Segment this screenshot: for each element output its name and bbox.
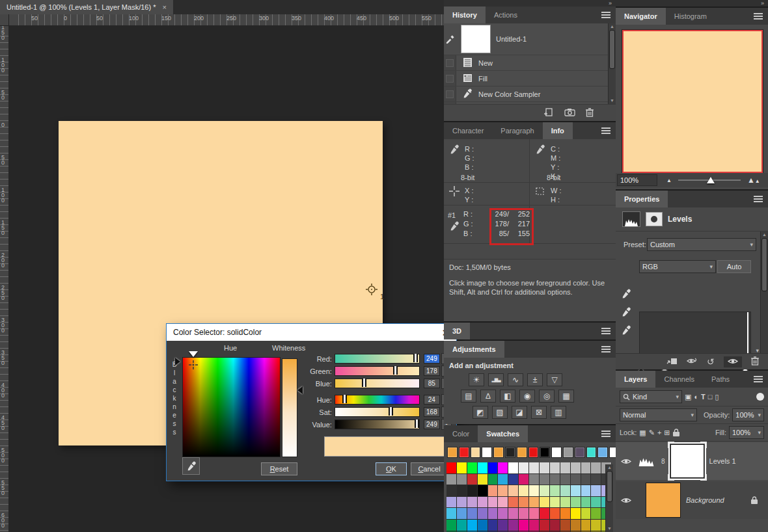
swatch[interactable]	[478, 497, 488, 509]
exposure-icon[interactable]: ±	[527, 373, 543, 386]
swatch[interactable]	[467, 508, 478, 520]
swatch[interactable]	[478, 508, 488, 520]
set-source-brush-icon[interactable]	[444, 34, 456, 45]
channel-dropdown[interactable]: RGB▾	[639, 260, 716, 273]
slider-marker-icon[interactable]	[393, 366, 398, 375]
zoom-slider-knob[interactable]	[707, 177, 715, 183]
whiteness-strip[interactable]	[282, 358, 297, 457]
swatch[interactable]	[550, 497, 560, 509]
new-snapshot-camera-icon[interactable]	[564, 108, 575, 118]
levels-thumbnail-icon[interactable]	[637, 456, 656, 466]
swatch[interactable]	[467, 497, 478, 509]
swatch[interactable]	[478, 462, 488, 474]
panel-menu-icon[interactable]	[601, 425, 616, 442]
swatch[interactable]	[457, 520, 467, 531]
swatch[interactable]	[550, 508, 560, 520]
double-chevron-icon[interactable]: »	[761, 0, 764, 7]
swatch[interactable]	[540, 462, 550, 474]
swatch[interactable]	[519, 485, 529, 497]
swatch[interactable]	[446, 462, 457, 474]
layer-name[interactable]: Background	[686, 496, 724, 504]
swatch[interactable]	[586, 447, 597, 458]
swatch[interactable]	[571, 485, 581, 497]
scroll-thumb[interactable]	[761, 238, 767, 291]
swatch[interactable]	[575, 447, 585, 458]
swatch[interactable]	[488, 474, 499, 486]
curves-icon[interactable]: ∿	[508, 373, 523, 386]
filter-pixel-layers-icon[interactable]: ▣	[685, 393, 691, 401]
filter-adjustment-layers-icon[interactable]: ◐	[694, 393, 698, 401]
swatch[interactable]	[446, 474, 457, 486]
swatch[interactable]	[498, 462, 508, 474]
swatch[interactable]	[581, 485, 592, 497]
swatch[interactable]	[550, 520, 560, 531]
swatch[interactable]	[457, 485, 467, 497]
swatch[interactable]	[571, 497, 581, 509]
panel-menu-icon[interactable]	[601, 7, 616, 23]
layer-filter-kind-dropdown[interactable]: Kind▾	[620, 390, 682, 403]
swatch[interactable]	[563, 447, 573, 458]
tab-history[interactable]: History	[444, 7, 486, 23]
visibility-eye-icon[interactable]	[724, 356, 742, 367]
brightness-contrast-icon[interactable]: ☀	[469, 373, 484, 386]
swatch[interactable]	[540, 508, 550, 520]
slider-track[interactable]	[335, 366, 420, 376]
swatch[interactable]	[571, 474, 581, 486]
swatch[interactable]	[560, 474, 571, 486]
tab-paths[interactable]: Paths	[703, 371, 738, 388]
slider-track[interactable]	[335, 379, 420, 388]
panel-menu-icon[interactable]	[754, 371, 768, 388]
swatch[interactable]	[540, 520, 550, 531]
filter-toggle-icon[interactable]	[756, 393, 764, 401]
swatch[interactable]	[457, 474, 467, 486]
filter-shape-layers-icon[interactable]: □	[708, 393, 713, 401]
swatch[interactable]	[550, 485, 560, 497]
swatch[interactable]	[498, 485, 508, 497]
swatch[interactable]	[519, 508, 529, 520]
swatch[interactable]	[591, 520, 601, 531]
swatch[interactable]	[446, 520, 457, 531]
swatch[interactable]	[581, 497, 592, 509]
swatch[interactable]	[560, 462, 571, 474]
swatch[interactable]	[498, 520, 508, 531]
swatch[interactable]	[581, 474, 592, 486]
snapshot-name[interactable]: Untitled-1	[496, 35, 527, 43]
swatch[interactable]	[519, 520, 529, 531]
scroll-down-icon[interactable]: ▼	[607, 525, 612, 532]
tab-channels[interactable]: Channels	[655, 371, 702, 388]
background-layer-thumbnail[interactable]	[646, 483, 681, 518]
swatch[interactable]	[571, 462, 581, 474]
tab-properties[interactable]: Properties	[616, 191, 668, 207]
tab-character[interactable]: Character	[444, 122, 492, 139]
reset-button[interactable]: Reset	[261, 462, 297, 475]
history-snapshot-row[interactable]: Untitled-1	[444, 23, 616, 55]
swatch[interactable]	[478, 520, 488, 531]
panel-menu-icon[interactable]	[754, 191, 768, 207]
swatch[interactable]	[591, 462, 601, 474]
swatch[interactable]	[467, 520, 478, 531]
swatch[interactable]	[529, 520, 540, 531]
swatch[interactable]	[529, 462, 540, 474]
white-point-eyedropper-icon[interactable]	[621, 325, 631, 336]
swatch[interactable]	[508, 520, 519, 531]
lock-transparent-pixels-icon[interactable]: ▦	[639, 429, 646, 437]
swatch[interactable]	[519, 462, 529, 474]
swatch[interactable]	[446, 508, 457, 520]
swatch[interactable]	[508, 485, 519, 497]
new-document-from-state-icon[interactable]	[543, 108, 554, 118]
hue-saturation-icon[interactable]: ▤	[461, 390, 476, 403]
swatch[interactable]	[529, 474, 540, 486]
history-state-checkbox[interactable]	[444, 102, 456, 104]
tab-navigator[interactable]: Navigator	[616, 8, 666, 25]
swatch[interactable]	[581, 520, 592, 531]
navigator-zoom-field[interactable]: 100%	[617, 174, 657, 186]
channel-mixer-icon[interactable]: ◎	[539, 390, 555, 403]
eyedropper-button[interactable]	[182, 457, 200, 475]
scroll-up-icon[interactable]: ▲	[607, 464, 612, 471]
tab-adjustments[interactable]: Adjustments	[444, 341, 504, 358]
swatch[interactable]	[505, 447, 515, 458]
swatch[interactable]	[493, 447, 504, 458]
document-canvas[interactable]: 1 Color Selector: solidColor ✕ Hue White…	[59, 121, 383, 446]
gradient-map-icon[interactable]: ▥	[551, 406, 566, 419]
swatch[interactable]	[519, 497, 529, 509]
